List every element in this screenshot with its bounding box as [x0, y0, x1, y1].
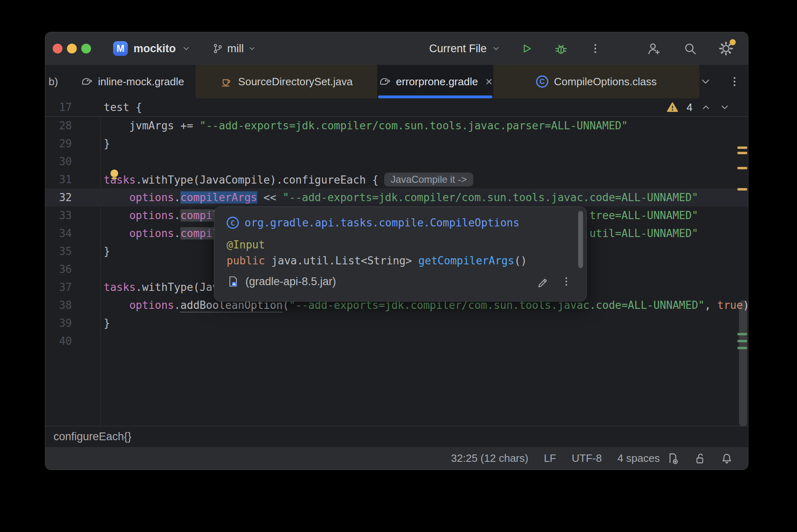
code-token	[104, 299, 129, 311]
warning-stripe-mark[interactable]	[737, 167, 747, 169]
class-qualified-name[interactable]: org.gradle.api.tasks.compile.CompileOpti…	[245, 217, 519, 229]
code-token: tasks	[104, 281, 136, 293]
line-number[interactable]: 28	[45, 120, 104, 132]
more-actions-button[interactable]	[587, 40, 603, 57]
close-tab-button[interactable]: ×	[485, 75, 493, 88]
line-number[interactable]: 33	[45, 209, 104, 222]
window-controls	[53, 44, 91, 53]
run-configuration-label: Current File	[429, 42, 487, 55]
line-number[interactable]: 38	[45, 299, 104, 311]
warning-stripe-mark[interactable]	[737, 188, 747, 191]
code-line[interactable]: 39}	[45, 314, 748, 332]
search-everywhere-button[interactable]	[682, 40, 698, 57]
gradle-elephant-icon	[80, 75, 92, 88]
run-button[interactable]	[519, 40, 535, 57]
active-tab-indicator	[378, 95, 492, 98]
breadcrumb-item[interactable]: configureEach{}	[53, 430, 131, 443]
code-token	[104, 191, 129, 204]
caret-position-widget[interactable]: 32:25 (12 chars)	[451, 452, 528, 465]
warning-count: 4	[687, 101, 692, 114]
line-number[interactable]: 36	[45, 263, 104, 275]
line-separator-widget[interactable]: LF	[544, 452, 556, 465]
line-number[interactable]: 37	[45, 281, 104, 293]
code-token: "--add-exports=jdk.compiler/com.sun.tool…	[283, 191, 698, 204]
debug-button[interactable]	[553, 40, 569, 57]
line-number[interactable]: 30	[45, 155, 104, 168]
warning-triangle-icon	[666, 101, 679, 113]
line-number[interactable]: 31	[45, 173, 104, 186]
tab-label: b)	[49, 75, 58, 88]
line-number[interactable]: 39	[45, 317, 104, 329]
search-icon	[683, 41, 697, 56]
code-token: .	[174, 299, 180, 311]
code-line[interactable]: 32 options.compilerArgs << "--add-export…	[45, 188, 748, 206]
code-line[interactable]: 28 jvmArgs += "--add-exports=jdk.compile…	[45, 117, 748, 135]
popup-kebab-menu-icon[interactable]	[561, 276, 572, 287]
code-token: .	[174, 209, 180, 222]
run-configuration-selector[interactable]: Current File	[429, 42, 501, 55]
close-window-button[interactable]	[53, 44, 62, 53]
edit-pencil-icon[interactable]	[537, 275, 549, 288]
quick-documentation-popup[interactable]: C org.gradle.api.tasks.compile.CompileOp…	[214, 206, 587, 301]
file-settings-icon[interactable]	[666, 452, 679, 465]
settings-button[interactable]	[718, 40, 734, 57]
line-number[interactable]: 32	[45, 191, 104, 204]
code-token: jvmArgs +=	[104, 120, 200, 132]
editor-scrollbar-thumb[interactable]	[739, 300, 747, 426]
tab-truncated[interactable]: b)	[45, 65, 69, 98]
play-icon	[520, 42, 533, 55]
next-warning-button[interactable]	[719, 102, 730, 113]
title-bar: M mockito mill Current File	[45, 32, 748, 65]
vcs-added-stripe-mark[interactable]	[737, 340, 747, 342]
line-number[interactable]: 29	[45, 137, 104, 150]
vcs-added-stripe-mark[interactable]	[737, 347, 747, 349]
tab-compileoptions-class[interactable]: C CompileOptions.class	[493, 65, 699, 98]
editor-tab-bar: b) inline-mock.gradle SourceDirectorySet…	[45, 65, 748, 98]
code-with-me-button[interactable]	[646, 40, 662, 57]
warning-stripe-mark[interactable]	[737, 152, 747, 154]
vcs-added-stripe-mark[interactable]	[737, 333, 747, 335]
code-line[interactable]: 40	[45, 332, 748, 350]
code-token: options	[129, 299, 174, 311]
line-number[interactable]: 17	[45, 101, 104, 113]
unlocked-padlock-icon[interactable]	[693, 452, 706, 465]
code-line[interactable]: 31tasks.withType(JavaCompile).configureE…	[45, 171, 748, 188]
signature-method-name[interactable]: getCompilerArgs	[419, 255, 514, 267]
class-icon: C	[227, 217, 239, 229]
library-jar-icon	[227, 275, 240, 288]
add-user-icon	[647, 41, 661, 56]
inlay-hint: JavaCompile it ->	[384, 173, 473, 186]
warning-stripe-mark[interactable]	[737, 146, 747, 149]
inspections-widget[interactable]: 4	[666, 101, 748, 114]
code-token: .withType(JavaCompile).configureEach {	[136, 174, 378, 186]
git-branch-icon	[212, 43, 223, 54]
intention-bulb-icon[interactable]	[108, 168, 121, 181]
tab-errorprone-gradle-active[interactable]: errorprone.gradle ×	[377, 65, 493, 98]
line-number[interactable]: 35	[45, 245, 104, 257]
notifications-bell-icon[interactable]	[720, 452, 733, 465]
branch-selector[interactable]: mill	[212, 42, 256, 55]
code-text: options.compilerArgs << "--add-exports=j…	[104, 191, 698, 204]
branch-name: mill	[227, 42, 244, 55]
chevron-down-icon	[248, 44, 256, 53]
show-hidden-tabs-button[interactable]	[699, 75, 712, 88]
line-number[interactable]: 40	[45, 335, 104, 347]
minimize-window-button[interactable]	[67, 44, 77, 53]
indent-widget[interactable]: 4 spaces	[617, 452, 660, 465]
code-line[interactable]: 30	[45, 153, 748, 171]
code-line[interactable]: 29}	[45, 135, 748, 153]
previous-warning-button[interactable]	[701, 102, 711, 113]
tab-sourcedirectoryset-java[interactable]: SourceDirectorySet.java	[196, 65, 377, 98]
project-selector[interactable]: M mockito	[113, 41, 191, 56]
zoom-window-button[interactable]	[81, 44, 91, 53]
code-token: test {	[104, 101, 142, 113]
encoding-widget[interactable]: UTF-8	[572, 452, 602, 465]
tab-inline-mock-gradle[interactable]: inline-mock.gradle	[69, 65, 196, 98]
chevron-down-icon	[492, 44, 501, 53]
popup-scrollbar-thumb[interactable]	[578, 211, 583, 268]
popup-class-reference[interactable]: C org.gradle.api.tasks.compile.CompileOp…	[227, 217, 574, 229]
sticky-context-line[interactable]: 17 test { 4	[45, 98, 748, 117]
line-number[interactable]: 34	[45, 227, 104, 239]
code-token: }	[104, 137, 110, 150]
tab-options-kebab-icon[interactable]	[729, 76, 740, 87]
